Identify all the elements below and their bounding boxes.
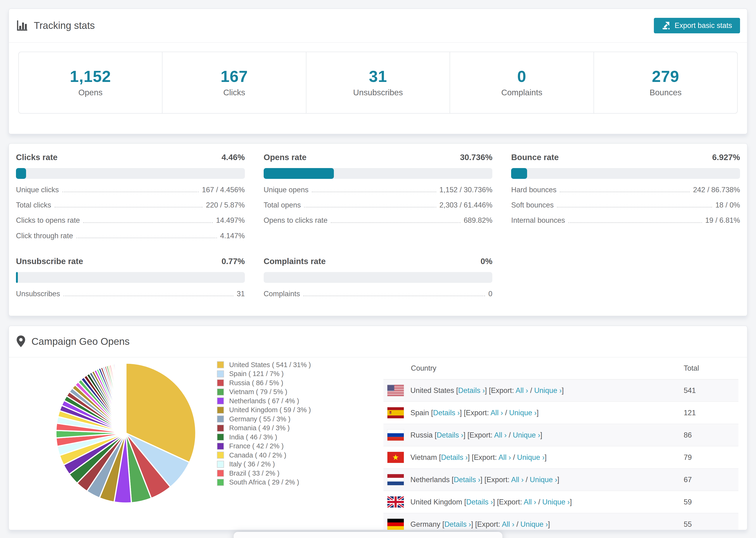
- rate-block: Opens rate30.736%Unique opens1,152 / 30.…: [264, 153, 493, 225]
- country-name: Spain [: [410, 409, 433, 417]
- stat-label: Clicks: [162, 88, 306, 97]
- progress-bar-fill: [264, 168, 334, 179]
- pie-slice-other: [126, 363, 126, 433]
- export-all-link[interactable]: All ›: [523, 498, 536, 506]
- legend-item: Brazil ( 33 / 2% ): [217, 469, 311, 478]
- export-all-link[interactable]: All ›: [490, 409, 503, 417]
- dotted-leader: [76, 237, 217, 238]
- dotted-leader: [83, 222, 213, 223]
- bracket-text: ] [Export:: [471, 520, 502, 528]
- country-cell: United Kingdom [Details ›] [Export: All …: [410, 498, 572, 506]
- legend-label: Netherlands ( 67 / 4% ): [229, 397, 299, 405]
- rate-detail-row: Hard bounces242 / 86.738%: [511, 186, 740, 194]
- legend-item: Vietnam ( 79 / 5% ): [217, 388, 311, 397]
- legend-swatch: [217, 379, 224, 386]
- rate-detail-value: 242 / 86.738%: [693, 186, 740, 194]
- geo-table-header: Country Total: [383, 357, 738, 380]
- export-unique-link[interactable]: Unique ›: [509, 409, 536, 417]
- export-unique-link[interactable]: Unique ›: [542, 498, 570, 506]
- campaign-geo-opens-card: Campaign Geo Opens United States ( 541 /…: [9, 326, 747, 530]
- details-link[interactable]: Details ›: [466, 498, 493, 506]
- details-link[interactable]: Details ›: [433, 409, 460, 417]
- country-column-header: Country: [411, 364, 436, 372]
- legend-label: Italy ( 36 / 2% ): [229, 460, 275, 468]
- stat-box: 31Unsubscribes: [306, 52, 450, 113]
- legend-swatch: [217, 370, 224, 377]
- legend-item: Netherlands ( 67 / 4% ): [217, 397, 311, 405]
- rate-detail-row: Total opens2,303 / 61.446%: [264, 201, 493, 209]
- rate-detail-label: Unique clicks: [16, 186, 59, 194]
- country-cell: Spain [Details ›] [Export: All › / Uniqu…: [410, 409, 539, 417]
- export-all-link[interactable]: All ›: [494, 431, 507, 439]
- legend-label: France ( 42 / 2% ): [229, 442, 284, 450]
- legend-swatch: [217, 470, 224, 477]
- progress-bar: [264, 168, 493, 179]
- rate-detail-label: Clicks to opens rate: [16, 216, 80, 225]
- tracking-stats-header: Tracking stats Export basic stats: [9, 9, 747, 43]
- export-all-link[interactable]: All ›: [499, 453, 511, 461]
- rate-detail-label: Internal bounces: [511, 216, 565, 225]
- total-cell: 121: [684, 409, 696, 417]
- flag-de-icon: [387, 519, 404, 530]
- details-link[interactable]: Details ›: [458, 386, 485, 395]
- country-name: Netherlands [: [410, 476, 454, 484]
- rate-detail-value: 19 / 6.81%: [705, 216, 740, 225]
- stat-label: Bounces: [594, 88, 737, 97]
- details-link[interactable]: Details ›: [445, 520, 471, 528]
- details-link[interactable]: Details ›: [437, 431, 463, 439]
- total-column-header: Total: [684, 364, 699, 372]
- bracket-text: ] [Export:: [463, 431, 494, 439]
- export-unique-link[interactable]: Unique ›: [530, 476, 557, 484]
- export-all-link[interactable]: All ›: [502, 520, 514, 528]
- bracket-text: ] [Export:: [460, 409, 490, 417]
- progress-bar-fill: [511, 168, 527, 179]
- legend-item: Italy ( 36 / 2% ): [217, 460, 311, 469]
- progress-bar: [16, 272, 245, 283]
- legend-item: Canada ( 40 / 2% ): [217, 451, 311, 460]
- rate-value: 4.46%: [221, 153, 244, 162]
- tracking-stats-title: Tracking stats: [16, 20, 95, 32]
- table-row-es: Spain [Details ›] [Export: All › / Uniqu…: [383, 402, 738, 424]
- separator-text: /: [528, 386, 534, 395]
- export-unique-link[interactable]: Unique ›: [513, 431, 540, 439]
- export-basic-stats-button[interactable]: Export basic stats: [654, 18, 740, 33]
- bracket-text: ]: [544, 453, 547, 461]
- details-link[interactable]: Details ›: [441, 453, 468, 461]
- dotted-leader: [63, 295, 233, 296]
- export-unique-link[interactable]: Unique ›: [520, 520, 548, 528]
- country-name: Vietnam [: [410, 453, 441, 461]
- stat-value: 279: [594, 67, 737, 85]
- details-link[interactable]: Details ›: [454, 476, 480, 484]
- geo-table-body: United States [Details ›] [Export: All ›…: [383, 380, 738, 530]
- rate-title: Clicks rate: [16, 153, 58, 162]
- export-unique-link[interactable]: Unique ›: [517, 453, 544, 461]
- legend-swatch: [217, 415, 224, 422]
- table-row-vn: Vietnam [Details ›] [Export: All › / Uni…: [383, 447, 738, 469]
- separator-text: /: [523, 476, 530, 484]
- flag-es-icon: [387, 407, 404, 418]
- export-all-link[interactable]: All ›: [515, 386, 528, 395]
- dotted-leader: [331, 222, 460, 223]
- rate-detail-label: Click through rate: [16, 232, 73, 240]
- stat-label: Unsubscribes: [306, 88, 450, 97]
- legend-label: India ( 46 / 3% ): [229, 433, 277, 441]
- rate-header: Opens rate30.736%: [264, 153, 493, 162]
- stat-label: Complaints: [450, 88, 593, 97]
- country-name: United States [: [410, 386, 458, 395]
- stat-value: 167: [162, 67, 306, 85]
- total-cell: 79: [684, 453, 692, 462]
- country-cell: United States [Details ›] [Export: All ›…: [410, 386, 564, 395]
- rate-detail-label: Hard bounces: [511, 186, 557, 194]
- export-unique-link[interactable]: Unique ›: [534, 386, 562, 395]
- export-icon: [662, 21, 670, 30]
- rate-detail-label: Soft bounces: [511, 201, 554, 209]
- stat-box: 1,152Opens: [19, 52, 162, 113]
- bracket-text: ]: [540, 431, 542, 439]
- separator-text: /: [507, 431, 513, 439]
- geo-legend: United States ( 541 / 31% )Spain ( 121 /…: [217, 360, 311, 487]
- legend-item: Russia ( 86 / 5% ): [217, 378, 311, 388]
- total-cell: 67: [684, 476, 692, 484]
- separator-text: /: [514, 520, 520, 528]
- export-all-link[interactable]: All ›: [511, 476, 523, 484]
- country-name: Russia [: [410, 431, 437, 439]
